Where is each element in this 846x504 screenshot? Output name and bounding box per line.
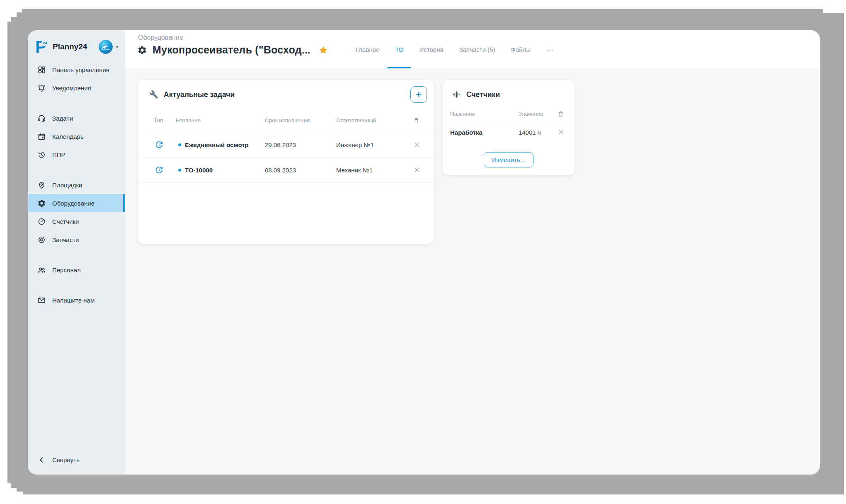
- counters-card-header: Счетчики: [443, 80, 575, 99]
- tab-spares[interactable]: Запчасти (5): [459, 30, 495, 68]
- mail-icon: [37, 296, 46, 305]
- sidebar-item-ppr[interactable]: ППР: [28, 145, 125, 164]
- task-assignee-cell: Механик №1: [336, 167, 413, 174]
- edit-counters-button[interactable]: Изменить...: [484, 152, 533, 167]
- counters-card-title: Счетчики: [466, 90, 500, 99]
- sidebar-item-label: Запчасти: [52, 236, 79, 243]
- people-icon: [37, 266, 46, 274]
- tasks-card-header: Актуальные задачи: [138, 80, 434, 99]
- planny-logo-icon: P 24: [34, 37, 51, 56]
- collapse-area: Свернуть: [28, 451, 125, 469]
- sidebar-item-label: Площадки: [52, 182, 82, 189]
- sidebar-item-label: Уведомления: [52, 85, 91, 92]
- counters-card: Счетчики Название Значение Наработка 140…: [443, 80, 575, 175]
- nav-group-gap: [28, 249, 125, 261]
- headset-icon: [37, 114, 46, 123]
- col-due: Срок исполнения: [265, 117, 336, 124]
- nut-icon: [37, 235, 46, 244]
- chevron-down-icon: [114, 44, 120, 50]
- avatar[interactable]: SeaProject: [99, 40, 113, 54]
- user-menu[interactable]: SeaProject: [99, 40, 120, 54]
- trash-icon[interactable]: [557, 110, 564, 117]
- sidebar-item-calendar[interactable]: Календарь: [28, 127, 125, 145]
- content-area: Актуальные задачи + Тип Название Срок ис…: [125, 68, 820, 475]
- chevron-left-icon: [37, 456, 46, 464]
- sidebar-nav: Панель управления Уведомления Задачи: [28, 61, 125, 309]
- task-due-cell: 29.06.2023: [265, 141, 336, 148]
- tab-files[interactable]: Файлы: [511, 30, 531, 68]
- trash-icon[interactable]: [413, 117, 420, 124]
- tasks-table-header: Тип Название Срок исполнения Ответственн…: [138, 109, 434, 132]
- gear-icon: [37, 199, 46, 208]
- nav-group-gap: [28, 164, 125, 176]
- brand-name: Planny24: [53, 42, 87, 51]
- nav-group-gap: [28, 97, 125, 109]
- favorite-star-icon[interactable]: [318, 45, 328, 55]
- tasks-card-title: Актуальные задачи: [164, 90, 235, 99]
- task-due-cell: 08.09.2023: [265, 167, 336, 174]
- page-title: Мукопросеиватель ("Восход...: [153, 44, 310, 56]
- table-row[interactable]: Ежедневный осмотр 29.06.2023 Инженер №1: [138, 132, 434, 158]
- counter-row[interactable]: Наработка 14001 ч: [443, 123, 575, 141]
- location-pin-icon: [37, 181, 46, 189]
- tab-main[interactable]: Главное: [356, 30, 379, 68]
- collapse-sidebar-button[interactable]: Свернуть: [28, 451, 125, 469]
- col-assignee: Ответственный: [336, 117, 413, 124]
- close-icon[interactable]: [413, 141, 421, 149]
- sidebar-item-tasks[interactable]: Задачи: [28, 109, 125, 127]
- title-row: Мукопросеиватель ("Восход...: [137, 44, 328, 56]
- calendar-icon: [37, 132, 46, 141]
- sidebar-item-personnel[interactable]: Персонал: [28, 261, 125, 279]
- sidebar-item-sites[interactable]: Площадки: [28, 176, 125, 194]
- sidebar-item-label: Счетчики: [52, 218, 79, 225]
- gauge-icon: [37, 217, 46, 226]
- collapse-label: Свернуть: [52, 456, 80, 463]
- sidebar-item-label: ППР: [52, 151, 65, 158]
- table-row[interactable]: ТО-10000 08.09.2023 Механик №1: [138, 158, 434, 183]
- sidebar-item-equipment[interactable]: Оборудование: [28, 194, 125, 212]
- col-name: Название: [176, 117, 265, 124]
- task-assignee-cell: Инженер №1: [336, 141, 413, 148]
- tab-history[interactable]: История: [419, 30, 443, 68]
- tab-to[interactable]: ТО: [395, 30, 403, 68]
- sidebar-item-spares[interactable]: Запчасти: [28, 230, 125, 249]
- counters-table-header: Название Значение: [443, 105, 575, 123]
- task-name-cell: Ежедневный осмотр: [176, 141, 265, 148]
- tab-more[interactable]: ...: [546, 30, 554, 67]
- sidebar-item-dashboard[interactable]: Панель управления: [28, 61, 125, 79]
- col-counter-name: Название: [450, 111, 519, 117]
- dashboard-icon: [37, 65, 46, 74]
- sidebar-item-label: Календарь: [52, 133, 84, 140]
- sidebar-item-label: Панель управления: [52, 66, 109, 73]
- nav-group-gap: [28, 279, 125, 291]
- breadcrumb[interactable]: Оборудование: [138, 34, 183, 41]
- tab-bar: Главное ТО История Запчасти (5) Файлы ..…: [356, 30, 554, 68]
- close-icon[interactable]: [413, 166, 421, 174]
- svg-text:SeaProject: SeaProject: [102, 48, 110, 50]
- sidebar-item-notifications[interactable]: Уведомления: [28, 79, 125, 97]
- add-task-button[interactable]: +: [410, 86, 427, 103]
- waveform-icon: [452, 90, 461, 99]
- sidebar-item-label: Оборудование: [52, 200, 95, 207]
- sidebar-item-counters[interactable]: Счетчики: [28, 212, 125, 230]
- close-icon[interactable]: [557, 128, 565, 136]
- app-window: P 24 Planny24 SeaProject: [28, 30, 820, 475]
- status-dot: [178, 169, 181, 172]
- col-type: Тип: [154, 117, 176, 124]
- equipment-gear-icon: [137, 45, 147, 55]
- logo-badge: 24: [41, 39, 48, 46]
- sidebar-item-contact-us[interactable]: Напишите нам: [28, 291, 125, 309]
- tools-icon: [149, 90, 158, 99]
- sidebar-item-label: Персонал: [52, 267, 81, 274]
- col-counter-value: Значение: [519, 111, 557, 117]
- task-name-cell: ТО-10000: [176, 167, 265, 174]
- brand-row: P 24 Planny24 SeaProject: [28, 30, 125, 60]
- actual-tasks-card: Актуальные задачи + Тип Название Срок ис…: [138, 80, 434, 244]
- sidebar-item-label: Задачи: [52, 115, 73, 122]
- status-dot: [178, 143, 181, 146]
- bell-icon: [37, 84, 46, 92]
- history-icon: [37, 150, 46, 159]
- main-area: Оборудование Мукопросеиватель ("Восход..…: [125, 30, 820, 475]
- counter-value-cell: 14001 ч: [519, 129, 557, 136]
- sidebar: P 24 Planny24 SeaProject: [28, 30, 125, 475]
